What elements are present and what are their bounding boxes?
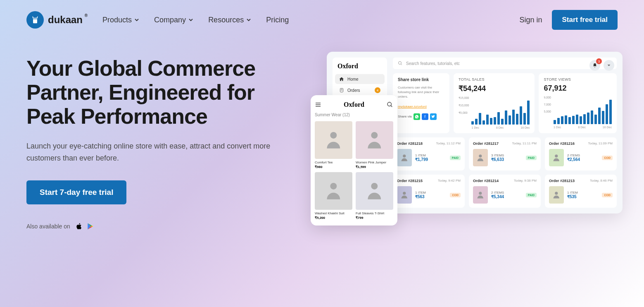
notification-button[interactable]: 3	[589, 60, 600, 71]
chevron-down-icon	[134, 17, 139, 22]
order-thumb	[473, 186, 488, 204]
search-icon[interactable]	[387, 101, 393, 108]
order-price: ₹563	[415, 194, 447, 199]
order-time: Today, 9:42 PM	[438, 179, 461, 183]
order-items: 3 ITEMS	[491, 154, 523, 157]
mobile-store-name: Oxford	[344, 101, 364, 108]
hero-cta-button[interactable]: Start 7-day free trial	[26, 180, 126, 204]
order-status-badge: COD	[602, 193, 613, 197]
views-chart	[554, 99, 612, 124]
order-price: ₹2,564	[567, 157, 599, 162]
order-number: Order #281218	[397, 142, 423, 146]
also-available: Also available on	[26, 223, 271, 230]
svg-point-19	[371, 183, 378, 189]
product-image	[356, 121, 393, 159]
order-card[interactable]: Order #281216 Today, 11:09 PM 2 ITEMS ₹2…	[545, 137, 617, 170]
google-play-icon[interactable]	[87, 223, 94, 230]
order-time: Today, 11:11 PM	[512, 142, 537, 146]
order-card[interactable]: Order #281214 Today, 9:38 PM 2 ITEMS ₹5,…	[469, 175, 541, 208]
store-link[interactable]: mydukaan.io/oxford	[398, 105, 427, 108]
chevron-down-icon	[188, 17, 193, 22]
order-time: Today, 11:12 PM	[436, 142, 461, 146]
svg-point-7	[555, 155, 558, 158]
order-status-badge: COD	[602, 156, 613, 160]
hero-title: Your Global Commerce Partner, Engineered…	[26, 56, 271, 129]
twitter-icon[interactable]	[430, 113, 437, 120]
nav-company[interactable]: Company	[154, 16, 193, 24]
order-thumb	[549, 149, 564, 166]
hamburger-icon[interactable]	[315, 101, 321, 108]
product-grid: Comfort Tee ₹980 Women Pink Jumper ₹1,59…	[315, 121, 393, 220]
sidebar-item-orders[interactable]: Orders 4	[335, 85, 385, 96]
product-price: ₹980	[315, 165, 352, 169]
caret-down-icon	[607, 63, 611, 67]
facebook-icon[interactable]: f	[422, 113, 428, 120]
logo[interactable]: dukaan	[26, 11, 83, 29]
order-card[interactable]: Order #281218 Today, 11:12 PM 1 ITEM ₹1,…	[393, 137, 465, 170]
nav-resources[interactable]: Resources	[208, 16, 251, 24]
store-icons	[75, 223, 94, 230]
sidebar-item-home[interactable]: Home	[335, 74, 385, 84]
search-input[interactable]: Search features, tutorials, etc	[393, 58, 617, 69]
logo-text: dukaan	[48, 14, 83, 26]
order-items: 1 ITEM	[567, 191, 599, 194]
order-number: Order #281214	[473, 179, 499, 183]
product-card[interactable]: Full Sleaves T-Shirt ₹799	[356, 172, 393, 220]
order-time: Today, 8:46 PM	[590, 179, 613, 183]
product-card[interactable]: Comfort Tee ₹980	[315, 121, 352, 169]
total-sales-card: TOTAL SALES ₹54,244 ₹15,000 ₹10,000 ₹5,0…	[454, 73, 535, 133]
dashboard-main: Search features, tutorials, etc Share st…	[393, 58, 617, 208]
svg-line-4	[401, 64, 402, 65]
order-number: Order #281217	[473, 142, 499, 146]
hero-subtitle: Launch your eye-catching online store wi…	[26, 140, 271, 164]
user-dropdown[interactable]	[604, 60, 614, 71]
orders-badge: 4	[375, 87, 380, 93]
product-image	[315, 172, 352, 210]
product-image	[315, 121, 352, 159]
logo-icon	[26, 11, 44, 29]
order-price: ₹6,633	[491, 157, 523, 162]
mobile-mockup: Oxford Summer Wear (12) Comfort Tee ₹980…	[311, 95, 397, 225]
order-thumb	[549, 186, 564, 204]
order-price: ₹535	[567, 194, 599, 199]
order-card[interactable]: Order #281215 Today, 9:42 PM 1 ITEM ₹563…	[393, 175, 465, 208]
category-title: Summer Wear (12)	[315, 113, 393, 117]
nav-pricing[interactable]: Pricing	[266, 16, 289, 24]
signin-link[interactable]: Sign in	[519, 16, 542, 24]
product-name: Full Sleaves T-Shirt	[356, 211, 393, 215]
order-card[interactable]: Order #281217 Today, 11:11 PM 3 ITEMS ₹6…	[469, 137, 541, 170]
sales-chart	[471, 100, 530, 125]
product-card[interactable]: Washed Khakhi Suit ₹5,200	[315, 172, 352, 220]
header-left: dukaan Products Company Resources Pricin…	[26, 11, 289, 29]
views-y-axis: 9,000 7,000 5,000	[544, 96, 551, 129]
product-name: Women Pink Jumper	[356, 161, 393, 164]
start-trial-button[interactable]: Start free trial	[552, 10, 618, 30]
views-x-axis: 1 Dec 8 Dec 16 Dec	[554, 126, 612, 129]
apple-icon[interactable]	[75, 223, 83, 230]
share-card: Share store link Customers can visit the…	[393, 73, 449, 133]
order-price: ₹5,344	[491, 194, 523, 199]
site-header: dukaan Products Company Resources Pricin…	[0, 0, 644, 40]
order-thumb	[473, 149, 488, 166]
nav-products[interactable]: Products	[102, 16, 139, 24]
whatsapp-icon[interactable]	[413, 113, 420, 120]
product-price: ₹1,599	[356, 165, 393, 169]
sales-x-axis: 1 Dec 8 Dec 16 Dec	[471, 126, 530, 129]
svg-point-18	[330, 183, 337, 189]
orders-icon	[339, 88, 344, 93]
svg-point-6	[479, 155, 482, 158]
order-status-badge: PAID	[450, 156, 461, 160]
product-name: Washed Khakhi Suit	[315, 211, 352, 215]
order-items: 1 ITEM	[415, 191, 447, 194]
order-card[interactable]: Order #281213 Today, 8:46 PM 1 ITEM ₹535…	[545, 175, 617, 208]
order-items: 1 ITEM	[415, 154, 447, 157]
share-via: Share via f	[398, 113, 444, 120]
sidebar-store-name: Oxford	[333, 61, 387, 73]
notification-badge: 3	[596, 58, 602, 64]
sales-y-axis: ₹15,000 ₹10,000 ₹5,000	[459, 96, 469, 129]
product-card[interactable]: Women Pink Jumper ₹1,599	[356, 121, 393, 169]
svg-point-8	[403, 192, 406, 195]
order-status-badge: PAID	[526, 193, 537, 197]
order-items: 2 ITEMS	[567, 154, 599, 157]
orders-grid: Order #281218 Today, 11:12 PM 1 ITEM ₹1,…	[393, 137, 617, 208]
